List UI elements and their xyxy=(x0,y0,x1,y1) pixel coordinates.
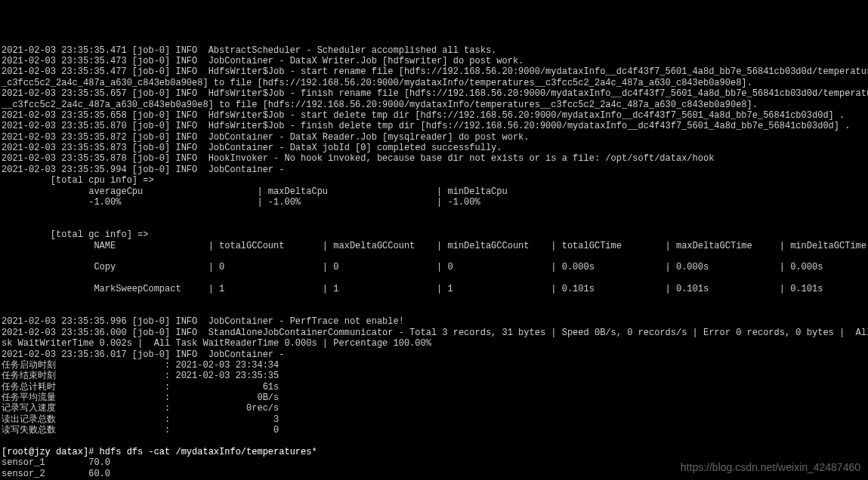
log-line xyxy=(2,436,866,447)
log-line xyxy=(2,306,866,316)
log-line: 任务总计耗时 : 61s xyxy=(2,382,866,392)
log-line: __c3fcc5c2_2a4c_487a_a630_c843eb0a90e8] … xyxy=(2,100,866,110)
log-line: 2021-02-03 23:35:35.473 [job-0] INFO Job… xyxy=(2,56,866,66)
log-line: 读出记录总数 : 3 xyxy=(2,414,866,425)
log-line: 2021-02-03 23:35:36.000 [job-0] INFO Sta… xyxy=(2,328,866,338)
log-line: Copy | 0 | 0 | 0 | 0.000s | 0.000s | 0.0… xyxy=(2,262,866,272)
log-line: 2021-02-03 23:35:35.996 [job-0] INFO Job… xyxy=(2,316,866,327)
log-line: NAME | totalGCCount | maxDeltaGCCount | … xyxy=(2,241,866,251)
log-line: 任务结束时刻 : 2021-02-03 23:35:35 xyxy=(2,371,866,381)
log-line: [total cpu info] => xyxy=(2,175,866,186)
log-line: _c3fcc5c2_2a4c_487a_a630_c843eb0a90e8] t… xyxy=(2,78,866,88)
log-line: 记录写入速度 : 0rec/s xyxy=(2,403,866,414)
log-line xyxy=(2,273,866,284)
watermark-text: https://blog.csdn.net/weixin_42487460 xyxy=(681,461,860,474)
log-line: 2021-02-03 23:35:35.994 [job-0] INFO Job… xyxy=(2,165,866,175)
log-line: 2021-02-03 23:35:35.872 [job-0] INFO Job… xyxy=(2,132,866,143)
log-line: 2021-02-03 23:35:35.658 [job-0] INFO Hdf… xyxy=(2,110,866,121)
log-line xyxy=(2,295,866,306)
log-line xyxy=(2,251,866,262)
log-line: 2021-02-03 23:35:35.657 [job-0] INFO Hdf… xyxy=(2,88,866,99)
log-line: 任务启动时刻 : 2021-02-03 23:34:34 xyxy=(2,360,866,371)
log-line: 2021-02-03 23:35:35.878 [job-0] INFO Hoo… xyxy=(2,153,866,164)
log-line: 任务平均流量 : 0B/s xyxy=(2,392,866,403)
log-line: 2021-02-03 23:35:35.477 [job-0] INFO Hdf… xyxy=(2,66,866,77)
log-line: 读写失败总数 : 0 xyxy=(2,425,866,435)
log-line: -1.00% | -1.00% | -1.00% xyxy=(2,197,866,208)
log-line: sk WaitWriterTime 0.002s | All Task Wait… xyxy=(2,338,866,349)
shell-prompt-cmd: [root@jzy datax]# hdfs dfs -cat /mydatax… xyxy=(2,447,866,457)
log-line: [total gc info] => xyxy=(2,229,866,240)
log-line: 2021-02-03 23:35:35.471 [job-0] INFO Abs… xyxy=(2,45,866,56)
log-line: MarkSweepCompact | 1 | 1 | 1 | 0.101s | … xyxy=(2,284,866,294)
log-line xyxy=(2,208,866,218)
log-line xyxy=(2,219,866,229)
terminal-output[interactable]: 2021-02-03 23:35:35.471 [job-0] INFO Abs… xyxy=(2,45,866,480)
log-line: averageCpu | maxDeltaCpu | minDeltaCpu xyxy=(2,186,866,197)
log-line: 2021-02-03 23:35:35.873 [job-0] INFO Job… xyxy=(2,143,866,153)
log-line: 2021-02-03 23:35:36.017 [job-0] INFO Job… xyxy=(2,349,866,360)
log-line: 2021-02-03 23:35:35.870 [job-0] INFO Hdf… xyxy=(2,121,866,131)
